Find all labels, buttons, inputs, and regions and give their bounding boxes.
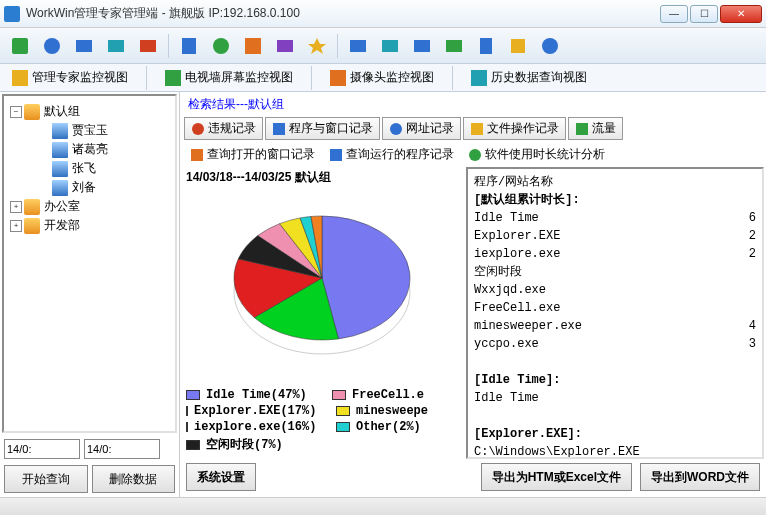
svg-rect-8	[277, 40, 293, 52]
toolbar-btn-12[interactable]	[376, 32, 404, 60]
viewtab-history[interactable]: 历史数据查询视图	[465, 67, 593, 88]
stats-row-name: Explorer.EXE	[474, 227, 560, 245]
svg-rect-3	[108, 40, 124, 52]
toolbar-btn-10[interactable]	[303, 32, 331, 60]
stats-row-name: minesweeper.exe	[474, 317, 582, 335]
close-button[interactable]: ✕	[720, 5, 762, 23]
viewtab-tvwall[interactable]: 电视墙屏幕监控视图	[159, 67, 299, 88]
toolbar-btn-13[interactable]	[408, 32, 436, 60]
tree-user-label: 贾宝玉	[72, 122, 108, 139]
legend-item: iexplore.exe(16%)	[186, 420, 316, 434]
camera-icon	[330, 70, 346, 86]
svg-rect-11	[414, 40, 430, 52]
stats-row-val: 2	[749, 227, 756, 245]
stats-row-name: 空闲时段	[474, 263, 522, 281]
toolbar-btn-5[interactable]	[134, 32, 162, 60]
toolbar-btn-9[interactable]	[271, 32, 299, 60]
delete-button[interactable]: 删除数据	[92, 465, 176, 493]
subtab-usage-time-label: 软件使用时长统计分析	[485, 146, 605, 163]
expand-icon[interactable]: +	[10, 220, 22, 232]
legend-item: Explorer.EXE(17%)	[186, 404, 316, 418]
legend-item: Idle Time(47%)	[186, 388, 312, 402]
subtab-window-query[interactable]: 查询打开的窗口记录	[184, 144, 321, 165]
svg-rect-2	[76, 40, 92, 52]
tree-office[interactable]: + 办公室	[8, 197, 171, 216]
viewtab-camera-label: 摄像头监控视图	[350, 69, 434, 86]
legend-item: Other(2%)	[336, 420, 458, 434]
subtab-flow[interactable]: 流量	[568, 117, 623, 140]
right-bottom-buttons: 系统设置 导出为HTM或Excel文件 导出到WORD文件	[182, 459, 764, 495]
svg-rect-26	[330, 149, 342, 161]
toolbar-btn-3[interactable]	[70, 32, 98, 60]
pc-icon	[52, 180, 68, 196]
toolbar	[0, 28, 766, 64]
legend-swatch	[186, 390, 200, 400]
pc-icon	[52, 142, 68, 158]
legend-swatch	[336, 422, 350, 432]
legend-label: 空闲时段(7%)	[206, 436, 283, 453]
subtab-program-window-label: 程序与窗口记录	[289, 120, 373, 137]
date-from[interactable]	[4, 439, 80, 459]
flow-icon	[575, 122, 589, 136]
svg-rect-21	[273, 123, 285, 135]
toolbar-btn-4[interactable]	[102, 32, 130, 60]
toolbar-btn-7[interactable]	[207, 32, 235, 60]
subtab-program-window[interactable]: 程序与窗口记录	[265, 117, 380, 140]
left-panel: − 默认组 贾宝玉诸葛亮张飞刘备 + 办公室 + 开发部 开始查询 删除数据	[0, 92, 180, 497]
subtab-url[interactable]: 网址记录	[382, 117, 461, 140]
legend-item: 空闲时段(7%)	[186, 436, 316, 453]
subtab-usage-time[interactable]: 软件使用时长统计分析	[462, 144, 611, 165]
group-icon	[24, 104, 40, 120]
subtab-file[interactable]: 文件操作记录	[463, 117, 566, 140]
toolbar-btn-15[interactable]	[472, 32, 500, 60]
window-title: WorkWin管理专家管理端 - 旗舰版 IP:192.168.0.100	[26, 5, 660, 22]
tree-dev[interactable]: + 开发部	[8, 216, 171, 235]
subtab-file-label: 文件操作记录	[487, 120, 559, 137]
toolbar-btn-17[interactable]	[536, 32, 564, 60]
legend-swatch	[186, 406, 188, 416]
subtab-window-query-label: 查询打开的窗口记录	[207, 146, 315, 163]
expand-icon[interactable]: +	[10, 201, 22, 213]
export-word-button[interactable]: 导出到WORD文件	[640, 463, 760, 491]
stats-row: Wxxjqd.exe	[474, 281, 756, 299]
stats-row-val: 3	[749, 335, 756, 353]
viewtab-monitor[interactable]: 管理专家监控视图	[6, 67, 134, 88]
toolbar-btn-16[interactable]	[504, 32, 532, 60]
toolbar-btn-6[interactable]	[175, 32, 203, 60]
toolbar-btn-14[interactable]	[440, 32, 468, 60]
legend-label: iexplore.exe(16%)	[194, 420, 316, 434]
settings-button[interactable]: 系统设置	[186, 463, 256, 491]
export-html-button[interactable]: 导出为HTM或Excel文件	[481, 463, 632, 491]
toolbar-btn-8[interactable]	[239, 32, 267, 60]
tree-user[interactable]: 张飞	[36, 159, 171, 178]
search-result-header: 检索结果---默认组	[182, 94, 764, 115]
tree-root-label: 默认组	[44, 103, 80, 120]
tree[interactable]: − 默认组 贾宝玉诸葛亮张飞刘备 + 办公室 + 开发部	[2, 94, 177, 433]
stats-row: 空闲时段	[474, 263, 756, 281]
stats-panel[interactable]: 程序/网站名称 [默认组累计时长]:Idle Time6Explorer.EXE…	[466, 167, 764, 459]
toolbar-btn-2[interactable]	[38, 32, 66, 60]
svg-rect-7	[245, 38, 261, 54]
legend: Idle Time(47%)FreeCell.eExplorer.EXE(17%…	[182, 384, 462, 459]
app-icon	[4, 6, 20, 22]
tree-user[interactable]: 诸葛亮	[36, 140, 171, 159]
subtab-violation[interactable]: 违规记录	[184, 117, 263, 140]
stats-row: FreeCell.exe	[474, 299, 756, 317]
stats-row: C:\Windows\Explorer.EXE	[474, 443, 756, 459]
query-button[interactable]: 开始查询	[4, 465, 88, 493]
tree-root[interactable]: − 默认组	[8, 102, 171, 121]
date-to[interactable]	[84, 439, 160, 459]
tree-user[interactable]: 贾宝玉	[36, 121, 171, 140]
svg-rect-4	[140, 40, 156, 52]
minimize-button[interactable]: —	[660, 5, 688, 23]
collapse-icon[interactable]: −	[10, 106, 22, 118]
toolbar-btn-1[interactable]	[6, 32, 34, 60]
url-icon	[389, 122, 403, 136]
subtab-program-query[interactable]: 查询运行的程序记录	[323, 144, 460, 165]
subtabs-row2: 查询打开的窗口记录 查询运行的程序记录 软件使用时长统计分析	[182, 142, 764, 167]
toolbar-btn-11[interactable]	[344, 32, 372, 60]
maximize-button[interactable]: ☐	[690, 5, 718, 23]
stats-row-name: FreeCell.exe	[474, 299, 560, 317]
tree-user[interactable]: 刘备	[36, 178, 171, 197]
viewtab-camera[interactable]: 摄像头监控视图	[324, 67, 440, 88]
